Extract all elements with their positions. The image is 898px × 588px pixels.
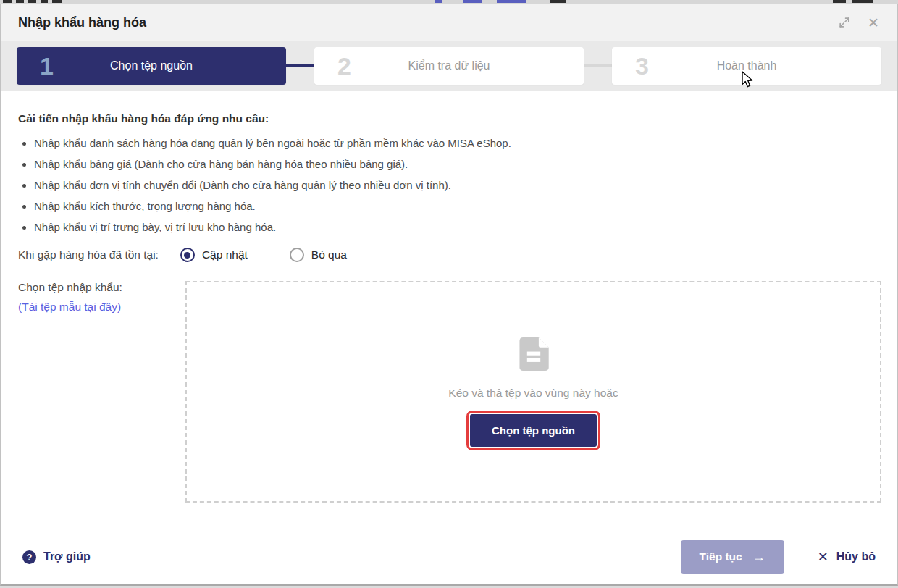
background-fragment: [3, 0, 12, 3]
dialog-footer: ? Trợ giúp Tiếp tục → ✕ Hủy bỏ: [1, 529, 897, 584]
step-connector: [584, 64, 612, 67]
background-fragment: [550, 0, 566, 3]
duplicate-handling-row: Khi gặp hàng hóa đã tồn tại: Cập nhật Bỏ…: [18, 248, 881, 262]
dialog-header: Nhập khẩu hàng hóa ✕: [1, 4, 897, 41]
radio-option-update[interactable]: Cập nhật: [180, 248, 248, 262]
background-fragment: [833, 0, 846, 3]
step-label: Hoàn thành: [717, 59, 777, 72]
radio-option-skip[interactable]: Bỏ qua: [290, 248, 347, 262]
feature-bullet: Nhập khẩu danh sách hàng hóa đang quản l…: [34, 133, 881, 154]
continue-button[interactable]: Tiếp tục →: [681, 540, 784, 574]
question-mark-icon: ?: [22, 550, 36, 564]
cancel-label: Hủy bỏ: [836, 550, 876, 563]
radio-unselected-icon[interactable]: [290, 248, 304, 262]
background-fragment: [41, 0, 48, 3]
step-1-choose-source-file[interactable]: 1 Chọn tệp nguồn: [17, 47, 286, 85]
file-picker-section: Chọn tệp nhập khẩu: (Tải tệp mẫu tại đây…: [18, 281, 881, 503]
arrow-right-icon: →: [752, 550, 765, 563]
download-template-link[interactable]: (Tải tệp mẫu tại đây): [18, 301, 121, 314]
dialog-content: Cải tiến nhập khẩu hàng hóa đáp ứng nhu …: [1, 91, 897, 503]
choose-source-file-button[interactable]: Chọn tệp nguồn: [470, 414, 597, 447]
cancel-x-icon: ✕: [818, 550, 828, 563]
highlight-red-outline: Chọn tệp nguồn: [470, 414, 597, 447]
step-number: 2: [337, 52, 351, 80]
dropzone-hint: Kéo và thả tệp vào vùng này hoặc: [448, 387, 618, 400]
feature-list: Nhập khẩu danh sách hàng hóa đang quản l…: [18, 133, 881, 238]
background-fragment: [28, 0, 36, 3]
intro-heading: Cải tiến nhập khẩu hàng hóa đáp ứng nhu …: [18, 112, 881, 125]
radio-option-label: Cập nhật: [202, 248, 248, 261]
file-document-icon: [519, 337, 549, 374]
step-3-complete[interactable]: 3 Hoàn thành: [612, 47, 881, 85]
step-label: Kiểm tra dữ liệu: [408, 59, 490, 72]
feature-bullet: Nhập khẩu bảng giá (Dành cho cửa hàng bá…: [34, 154, 881, 175]
continue-label: Tiếp tục: [700, 550, 742, 563]
cancel-button[interactable]: ✕ Hủy bỏ: [818, 550, 876, 563]
file-dropzone[interactable]: Kéo và thả tệp vào vùng này hoặc Chọn tệ…: [185, 281, 881, 503]
background-fragment: [52, 0, 62, 3]
close-icon[interactable]: ✕: [867, 16, 880, 29]
feature-bullet: Nhập khẩu kích thước, trọng lượng hàng h…: [34, 196, 881, 217]
feature-bullet: Nhập khẩu đơn vị tính chuyển đổi (Dành c…: [34, 175, 881, 196]
step-connector: [286, 64, 314, 67]
background-fragment: [16, 0, 24, 3]
background-fragment: [463, 0, 482, 3]
dialog-title: Nhập khẩu hàng hóa: [18, 15, 838, 30]
step-number: 1: [40, 52, 54, 80]
radio-selected-icon[interactable]: [180, 248, 195, 262]
wizard-steps: 1 Chọn tệp nguồn 2 Kiểm tra dữ liệu 3 Ho…: [1, 41, 897, 91]
step-2-check-data[interactable]: 2 Kiểm tra dữ liệu: [314, 47, 584, 85]
background-fragment: [497, 0, 526, 3]
feature-bullet: Nhập khẩu vị trí trưng bày, vị trí lưu k…: [34, 217, 881, 238]
background-fragment: [435, 0, 442, 3]
step-number: 3: [635, 52, 649, 80]
background-fragment: [852, 0, 873, 3]
file-picker-labels: Chọn tệp nhập khẩu: (Tải tệp mẫu tại đây…: [18, 281, 185, 503]
window-controls: ✕: [838, 16, 880, 29]
help-label: Trợ giúp: [43, 550, 91, 563]
help-button[interactable]: ? Trợ giúp: [22, 550, 91, 564]
file-picker-label: Chọn tệp nhập khẩu:: [18, 281, 185, 294]
duplicate-handling-label: Khi gặp hàng hóa đã tồn tại:: [18, 248, 159, 261]
import-goods-dialog: Nhập khẩu hàng hóa ✕ 1 Chọn tệp nguồn 2 …: [0, 4, 898, 586]
step-label: Chọn tệp nguồn: [110, 59, 193, 72]
radio-option-label: Bỏ qua: [311, 248, 347, 261]
expand-icon[interactable]: [838, 16, 851, 29]
